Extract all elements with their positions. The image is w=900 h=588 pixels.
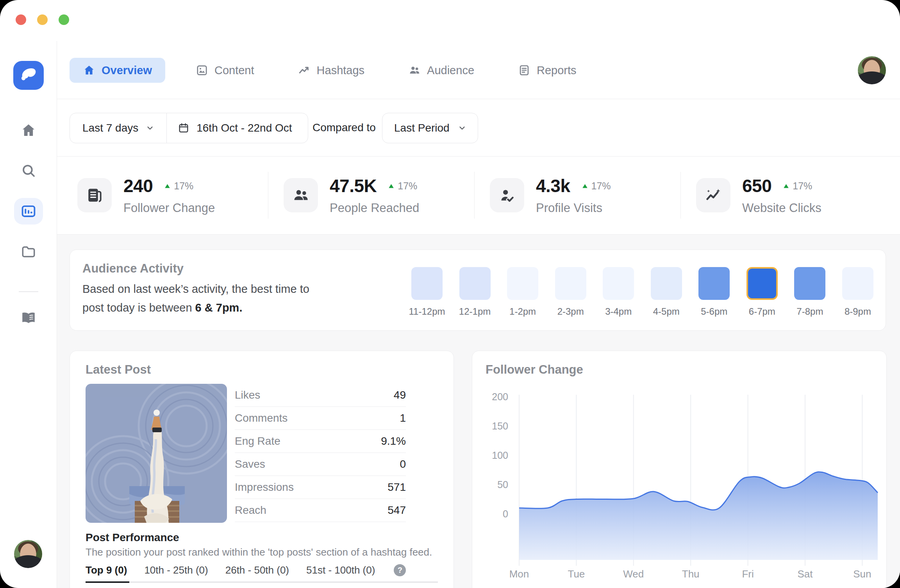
tab-reports[interactable]: Reports — [505, 58, 590, 83]
activity-slot-2-3pm[interactable]: 2-3pm — [555, 267, 586, 317]
stat-change-percent: 17% — [591, 180, 611, 192]
slot-label: 6-7pm — [749, 306, 775, 317]
activity-slot-1-2pm[interactable]: 1-2pm — [507, 267, 538, 317]
y-tick-50: 50 — [478, 478, 508, 491]
stat-main: 24017%Follower Change — [123, 175, 215, 215]
trending-icon — [298, 64, 311, 77]
activity-slot-12-1pm[interactable]: 12-1pm — [459, 267, 491, 317]
trend-up-icon — [164, 184, 170, 189]
active-tab-indicator — [86, 581, 129, 583]
activity-slot-6-7pm[interactable]: 6-7pm — [746, 267, 778, 317]
latest-post-thumbnail[interactable] — [86, 384, 227, 523]
sidebar-item-folders[interactable] — [14, 239, 43, 265]
minimize-window-button[interactable] — [37, 14, 48, 25]
stat-label: People Reached — [330, 201, 419, 215]
profile-avatar[interactable] — [858, 56, 886, 84]
performance-tab-2[interactable]: 26th - 50th (0) — [225, 564, 289, 576]
stat-people-reached: 47.5K17%People Reached — [268, 156, 474, 234]
sidebar-item-home[interactable] — [14, 117, 43, 144]
activity-slot-list: 11-12pm12-1pm1-2pm2-3pm3-4pm4-5pm5-6pm6-… — [411, 267, 873, 317]
window-controls — [16, 14, 69, 25]
slot-block[interactable] — [507, 267, 538, 300]
slot-block[interactable] — [459, 267, 491, 300]
area-fill — [519, 472, 878, 560]
sidebar-item-analytics[interactable] — [14, 198, 43, 225]
activity-slot-5-6pm[interactable]: 5-6pm — [698, 267, 730, 317]
metric-value: 49 — [394, 389, 406, 401]
selected-slot-block[interactable] — [746, 267, 778, 300]
sidebar-item-search[interactable] — [14, 157, 43, 184]
sidebar-item-library[interactable] — [14, 305, 43, 331]
stat-change-percent: 17% — [398, 180, 417, 192]
help-icon[interactable]: ? — [394, 564, 406, 576]
stat-value: 240 — [123, 175, 153, 196]
activity-slot-7-8pm[interactable]: 7-8pm — [794, 267, 825, 317]
post-performance-description: The position your post ranked within the… — [86, 546, 432, 558]
close-window-button[interactable] — [16, 14, 26, 25]
stat-change: 17% — [388, 180, 417, 192]
slot-label: 3-4pm — [605, 306, 632, 317]
metric-value: 571 — [388, 481, 406, 494]
tab-audience[interactable]: Audience — [395, 58, 488, 83]
performance-tab-3[interactable]: 51st - 100th (0) — [306, 564, 375, 576]
post-performance-title: Post Performance — [86, 531, 179, 544]
latest-post-card: Latest Post — [70, 351, 454, 588]
app-logo[interactable] — [13, 61, 44, 90]
slot-label: 11-12pm — [409, 306, 445, 317]
zoom-window-button[interactable] — [59, 14, 69, 25]
activity-slot-4-5pm[interactable]: 4-5pm — [651, 267, 682, 317]
tab-track — [86, 581, 438, 583]
slot-block[interactable] — [842, 267, 873, 300]
folder-icon — [20, 244, 37, 260]
slot-label: 5-6pm — [701, 306, 727, 317]
tab-overview[interactable]: Overview — [70, 58, 165, 83]
feed-icon — [86, 186, 104, 204]
slot-block[interactable] — [794, 267, 825, 300]
post-metrics-list: Likes49Comments1Eng Rate9.1%Saves0Impres… — [235, 384, 406, 522]
performance-tab-0[interactable]: Top 9 (0) — [86, 564, 127, 576]
slot-label: 2-3pm — [557, 306, 584, 317]
audience-activity-title: Audience Activity — [82, 262, 184, 276]
activity-slot-11-12pm[interactable]: 11-12pm — [411, 267, 443, 317]
calendar-icon — [178, 122, 189, 134]
people-icon — [408, 64, 421, 77]
x-tick-Mon: Mon — [496, 568, 543, 580]
metric-row-likes: Likes49 — [235, 384, 406, 407]
stat-profile-visits: 4.3k17%Profile Visits — [474, 156, 680, 234]
performance-tab-1[interactable]: 10th - 25th (0) — [144, 564, 208, 576]
app-window: OverviewContentHashtagsAudienceReports L… — [0, 0, 900, 588]
slot-label: 8-9pm — [845, 306, 871, 317]
stat-label: Profile Visits — [536, 201, 611, 215]
stat-change-percent: 17% — [174, 180, 193, 192]
logo-mark-icon — [16, 63, 41, 87]
audience-activity-text-line1: Based on last week’s activity, the best … — [82, 283, 309, 296]
slot-block[interactable] — [555, 267, 586, 300]
trend-up-icon — [783, 184, 789, 189]
y-tick-200: 200 — [478, 390, 508, 403]
range-preset-dropdown[interactable]: Last 7 days — [70, 113, 167, 143]
slot-block[interactable] — [698, 267, 730, 300]
book-icon — [20, 310, 37, 326]
activity-slot-8-9pm[interactable]: 8-9pm — [842, 267, 873, 317]
main-tabs: OverviewContentHashtagsAudienceReports — [70, 58, 590, 83]
stat-icon-box — [490, 178, 524, 212]
stat-change: 17% — [164, 180, 193, 192]
follower-change-card: Follower Change 200150100500 MonTueWedTh… — [472, 351, 887, 588]
compare-period-dropdown[interactable]: Last Period — [382, 113, 478, 143]
slot-label: 1-2pm — [509, 306, 536, 317]
date-range-display[interactable]: 16th Oct - 22nd Oct — [167, 113, 307, 143]
activity-slot-3-4pm[interactable]: 3-4pm — [603, 267, 634, 317]
slot-block[interactable] — [603, 267, 634, 300]
nav-divider — [57, 99, 900, 99]
tab-hashtags[interactable]: Hashtags — [285, 58, 378, 83]
metric-value: 0 — [400, 458, 406, 470]
home-icon — [83, 64, 95, 77]
slot-block[interactable] — [651, 267, 682, 300]
stat-main: 47.5K17%People Reached — [330, 175, 419, 215]
slot-label: 7-8pm — [796, 306, 823, 317]
tab-content[interactable]: Content — [182, 58, 268, 83]
post-artwork-image — [86, 384, 227, 523]
slot-block[interactable] — [411, 267, 443, 300]
y-tick-100: 100 — [478, 449, 508, 461]
user-avatar[interactable] — [14, 540, 42, 568]
